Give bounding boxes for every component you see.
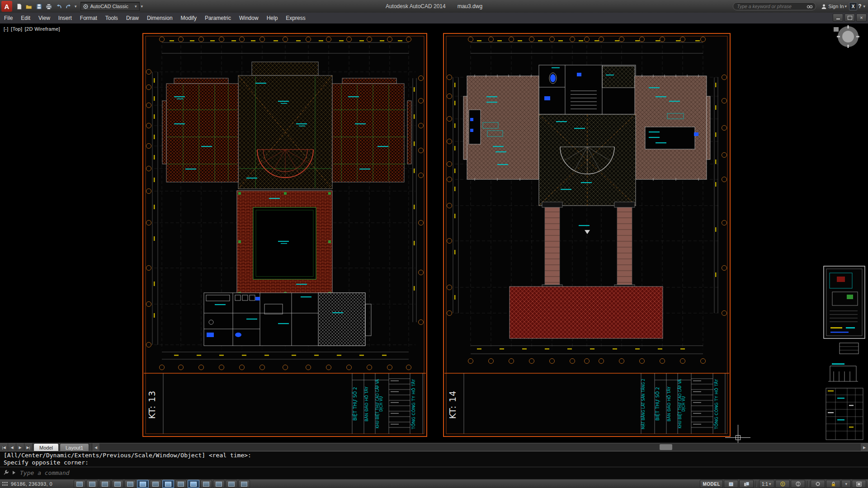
undo-button[interactable] — [54, 1, 64, 11]
redo-button[interactable] — [64, 1, 74, 11]
drawing-canvas[interactable]: [-] [Top] [2D Wireframe] — [0, 23, 868, 443]
menu-format[interactable]: Format — [76, 13, 101, 23]
open-file-button[interactable] — [24, 1, 34, 11]
viewcube-home-icon[interactable] — [834, 27, 839, 32]
tab-nav-prev-button[interactable]: ◀ — [8, 443, 16, 451]
new-file-icon — [16, 3, 23, 10]
scroll-right-arrow[interactable]: ▶ — [861, 443, 868, 451]
tab-nav-first-button[interactable]: |◀ — [0, 443, 8, 451]
help-search-box[interactable] — [733, 2, 816, 10]
annotation-scale-button[interactable]: 1:1 ▾ — [759, 480, 774, 488]
title-bar: A ▾ AutoCAD Classic — [0, 0, 868, 13]
printer-icon — [45, 3, 52, 10]
menu-draw[interactable]: Draw — [122, 13, 143, 23]
transparency-toggle[interactable] — [213, 480, 225, 488]
qat-menu-caret-icon[interactable]: ▾ — [75, 4, 77, 9]
status-menu-caret-icon: ▾ — [845, 482, 847, 486]
autocad-window: A ▾ AutoCAD Classic — [0, 0, 868, 488]
coordinate-readout[interactable]: 96186, 236393, 0 — [11, 481, 69, 487]
titleblock-unit: BIỆT THỰ SỐ 2 — [656, 375, 665, 433]
annotation-scale-caret-icon: ▾ — [769, 482, 771, 486]
status-bar-menu-button[interactable]: ▾ — [841, 480, 851, 488]
new-file-button[interactable] — [14, 1, 24, 11]
command-history-line: [All/Center/Dynamic/Extents/Previous/Sca… — [0, 451, 868, 459]
grid-toggle[interactable] — [99, 480, 111, 488]
dyn-toggle[interactable] — [188, 480, 199, 488]
selection-cycling-toggle[interactable] — [238, 480, 250, 488]
3dosnap-toggle[interactable] — [150, 480, 161, 488]
menu-help[interactable]: Help — [263, 13, 282, 23]
titleblock-project: KHU BIỆT THỰ CAO CẤP VÀ DỊCH VỤ — [376, 375, 388, 433]
clean-screen-button[interactable] — [852, 480, 866, 488]
tab-nav-next-button[interactable]: ▶ — [16, 443, 24, 451]
document-window-controls: × — [833, 14, 867, 22]
model-space-button[interactable]: MODEL — [700, 480, 723, 488]
tab-model[interactable]: Model — [33, 443, 59, 451]
toolbar-lock-button[interactable] — [826, 480, 840, 488]
section-thumbnail — [827, 361, 859, 383]
autocad-logo-icon[interactable]: A — [1, 1, 12, 12]
viewport-minimize-control[interactable]: [-] — [4, 26, 9, 32]
restore-button[interactable] — [844, 14, 855, 22]
ortho-toggle[interactable] — [112, 480, 123, 488]
command-input[interactable] — [19, 469, 868, 477]
tab-layout1[interactable]: Layout1 — [60, 443, 89, 451]
annotation-visibility-button[interactable] — [775, 480, 790, 488]
close-button[interactable]: × — [856, 14, 867, 22]
quick-view-layouts-button[interactable] — [724, 480, 738, 488]
viewcube[interactable] — [833, 24, 861, 49]
toolbar-overflow-caret-icon[interactable]: ▾ — [141, 4, 143, 9]
menu-file[interactable]: File — [0, 13, 17, 23]
annotation-visibility-icon — [780, 481, 786, 487]
plot-button[interactable] — [44, 1, 54, 11]
viewport-controls: [-] [Top] [2D Wireframe] — [4, 26, 61, 32]
menu-view[interactable]: View — [34, 13, 54, 23]
infer-toggle[interactable] — [74, 480, 85, 488]
titleblock-unit: BIỆT THỰ SỐ 2 — [353, 375, 363, 433]
polar-toggle[interactable] — [124, 480, 136, 488]
titleblock-project: KHU BIỆT THỰ CAO CẤP VÀ DỊCH VỤ — [679, 375, 691, 433]
exchange-apps-icon[interactable]: X — [849, 2, 857, 10]
menu-express[interactable]: Express — [282, 13, 309, 23]
lwt-toggle[interactable] — [200, 480, 212, 488]
scrollbar-thumb[interactable] — [660, 444, 672, 450]
help-icon[interactable]: ? — [858, 3, 861, 9]
workspace-switching-button[interactable] — [811, 480, 825, 488]
snap-toggle[interactable] — [86, 480, 98, 488]
command-customize-button[interactable] — [2, 469, 10, 477]
status-bar: 96186, 236393, 0 MODEL 1:1 ▾ — [0, 479, 868, 488]
menu-insert[interactable]: Insert — [54, 13, 76, 23]
osnap-toggle[interactable] — [137, 480, 149, 488]
annotation-scale-value: 1:1 — [762, 482, 768, 487]
menu-dimension[interactable]: Dimension — [143, 13, 177, 23]
otrack-toggle[interactable] — [162, 480, 174, 488]
menu-edit[interactable]: Edit — [17, 13, 34, 23]
binoculars-search-icon[interactable] — [807, 4, 813, 9]
command-window: [All/Center/Dynamic/Extents/Previous/Sca… — [0, 451, 868, 479]
layouts-icon — [728, 482, 734, 487]
horizontal-scrollbar[interactable]: ◀ ▶ — [92, 443, 868, 451]
drawings-icon — [744, 482, 750, 487]
help-caret-icon[interactable]: ▾ — [863, 4, 865, 9]
search-input[interactable] — [736, 3, 807, 9]
menu-window[interactable]: Window — [235, 13, 263, 23]
viewport-visual-style-control[interactable]: [2D Wireframe] — [25, 26, 60, 32]
menu-modify[interactable]: Modify — [177, 13, 201, 23]
tab-nav-last-button[interactable]: ▶| — [24, 443, 33, 451]
save-button[interactable] — [34, 1, 44, 11]
menu-tools[interactable]: Tools — [101, 13, 122, 23]
menu-parametric[interactable]: Parametric — [201, 13, 235, 23]
gear-icon — [815, 481, 821, 487]
command-input-row — [0, 467, 868, 478]
workspace-dropdown[interactable]: AutoCAD Classic ▾ — [80, 2, 140, 11]
quick-view-drawings-button[interactable] — [739, 480, 754, 488]
close-icon: × — [860, 15, 863, 20]
autoscale-button[interactable] — [791, 480, 805, 488]
ducs-toggle[interactable] — [175, 480, 187, 488]
quick-properties-toggle[interactable] — [226, 480, 237, 488]
sign-in-button[interactable]: Sign In ▾ — [821, 4, 848, 9]
titleblock-company: TỔNG CÔNG TY HỒ TÂY — [411, 375, 422, 433]
viewport-view-control[interactable]: [Top] — [11, 26, 22, 32]
scroll-left-arrow[interactable]: ◀ — [92, 443, 99, 451]
minimize-button[interactable] — [833, 14, 843, 22]
